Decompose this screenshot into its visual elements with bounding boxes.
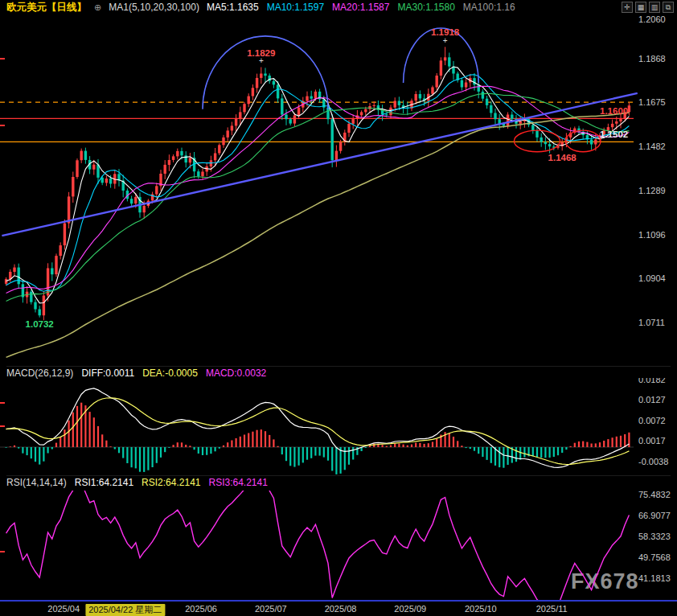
svg-text:1.1289: 1.1289 bbox=[638, 186, 666, 195]
chart-window: 欧元美元【日线】 ⊕ MA1(5,10,20,30,100) MA5:1.163… bbox=[0, 0, 677, 616]
svg-text:1.0732: 1.0732 bbox=[26, 319, 54, 329]
indicator-settings-icon[interactable]: ⊕ bbox=[94, 2, 101, 13]
macd-value-0: DIFF:0.0011 bbox=[81, 368, 134, 379]
svg-text:1.0904: 1.0904 bbox=[638, 273, 666, 283]
rsi-value-2: RSI3:64.2141 bbox=[209, 477, 268, 488]
x-axis-label: 2025/06 bbox=[185, 604, 217, 614]
left-tick-mark bbox=[0, 551, 5, 552]
ma30-line bbox=[6, 93, 630, 301]
x-axis-label: 2025/10 bbox=[465, 604, 497, 614]
rsi-value-1: RSI2:64.2141 bbox=[142, 477, 200, 488]
panel-layout-icon[interactable]: ▥ bbox=[649, 2, 660, 13]
macd-indicator-name: MACD(26,12,9) bbox=[6, 368, 73, 379]
macd-histogram bbox=[6, 403, 630, 474]
svg-text:75.4832: 75.4832 bbox=[638, 491, 671, 499]
svg-text:1.2060: 1.2060 bbox=[638, 14, 666, 24]
svg-text:41.1813: 41.1813 bbox=[638, 573, 671, 583]
ma-legend-item-3: MA30:1.1580 bbox=[397, 2, 454, 13]
x-axis-label: 2025/09 bbox=[394, 604, 426, 614]
svg-text:66.9077: 66.9077 bbox=[638, 511, 671, 520]
symbol-title[interactable]: 欧元美元【日线】 bbox=[6, 1, 87, 14]
x-axis-label: 2025/08 bbox=[325, 604, 357, 614]
selected-date-label: 2025/04/22 星期二 bbox=[85, 604, 165, 616]
svg-text:0.0182: 0.0182 bbox=[638, 378, 666, 384]
candlestick-series bbox=[5, 47, 630, 320]
svg-text:1.1675: 1.1675 bbox=[638, 97, 666, 107]
macd-value-1: DEA:-0.0005 bbox=[142, 368, 198, 379]
left-tick-mark bbox=[0, 425, 5, 427]
rsi-indicator-name: RSI(14,14,14) bbox=[6, 477, 67, 488]
rsi-panel[interactable]: 75.483266.907758.332349.756841.1813 bbox=[0, 491, 677, 600]
svg-text:-0.0038: -0.0038 bbox=[638, 457, 668, 466]
x-axis-label: 2025/07 bbox=[255, 604, 287, 614]
svg-text:1.1468: 1.1468 bbox=[548, 153, 577, 162]
macd-panel[interactable]: 0.01820.01270.00720.0017-0.0038 bbox=[0, 378, 677, 476]
svg-text:1.1868: 1.1868 bbox=[638, 54, 666, 64]
svg-text:0.0127: 0.0127 bbox=[638, 395, 666, 405]
svg-text:+: + bbox=[443, 36, 448, 45]
ma100-line bbox=[6, 113, 630, 357]
rsi-line bbox=[6, 491, 630, 600]
price-chart-canvas[interactable]: ++1.18291.19181.07321.14681.16001.15021.… bbox=[0, 14, 677, 367]
price-panel[interactable]: ++1.18291.19181.07321.14681.16001.15021.… bbox=[0, 14, 677, 367]
svg-text:1.1096: 1.1096 bbox=[638, 230, 666, 240]
svg-text:49.7568: 49.7568 bbox=[638, 552, 671, 562]
svg-text:0.0072: 0.0072 bbox=[638, 416, 666, 425]
svg-text:0.0017: 0.0017 bbox=[638, 436, 666, 446]
ma-legend-item-2: MA20:1.1587 bbox=[332, 2, 389, 13]
rsi-header: RSI(14,14,14)RSI1:64.2141RSI2:64.2141RSI… bbox=[6, 475, 671, 488]
ma-legend: MA5:1.1635MA10:1.1597MA20:1.1587MA30:1.1… bbox=[207, 2, 523, 13]
ma-indicator-name: MA1(5,10,20,30,100) bbox=[109, 2, 199, 13]
ma10-line bbox=[6, 75, 630, 292]
macd-values: DIFF:0.0011DEA:-0.0005MACD:0.0032 bbox=[81, 368, 274, 379]
svg-text:1.1918: 1.1918 bbox=[431, 27, 460, 37]
fullscreen-icon[interactable]: ⧉ bbox=[663, 2, 674, 13]
ma-legend-item-0: MA5:1.1635 bbox=[207, 2, 259, 13]
svg-text:1.0711: 1.0711 bbox=[638, 318, 665, 327]
rsi-value-0: RSI1:64.2141 bbox=[75, 477, 133, 488]
svg-text:1.1829: 1.1829 bbox=[247, 48, 275, 58]
ma-legend-item-1: MA10:1.1597 bbox=[267, 2, 324, 13]
svg-text:1.1600: 1.1600 bbox=[600, 106, 628, 116]
left-tick-mark bbox=[0, 402, 5, 404]
ma20-line bbox=[6, 86, 630, 293]
rsi-values: RSI1:64.2141RSI2:64.2141RSI3:64.2141 bbox=[75, 477, 276, 488]
ma-legend-item-4: MA100:1.16 bbox=[463, 2, 515, 13]
macd-chart-canvas[interactable]: 0.01820.01270.00720.0017-0.0038 bbox=[0, 378, 677, 476]
dea-line bbox=[6, 398, 630, 465]
x-axis-label: 2025/04 bbox=[47, 604, 80, 614]
chart-header: 欧元美元【日线】 ⊕ MA1(5,10,20,30,100) MA5:1.163… bbox=[0, 0, 677, 14]
svg-text:1.1502: 1.1502 bbox=[600, 129, 628, 139]
x-axis-label: 2025/11 bbox=[536, 604, 568, 614]
svg-text:58.3323: 58.3323 bbox=[638, 532, 671, 541]
x-axis: 2025/042025/04/22 星期二2025/062025/072025/… bbox=[0, 600, 677, 616]
svg-text:+: + bbox=[259, 56, 264, 65]
macd-value-2: MACD:0.0032 bbox=[206, 368, 266, 379]
svg-text:1.1482: 1.1482 bbox=[638, 142, 666, 151]
pan-icon[interactable]: ✛ bbox=[622, 2, 633, 13]
macd-header: MACD(26,12,9)DIFF:0.0011DEA:-0.0005MACD:… bbox=[6, 366, 671, 379]
left-tick-mark bbox=[0, 125, 5, 126]
grid-view-icon[interactable]: ▦ bbox=[635, 2, 646, 13]
rsi-chart-canvas[interactable]: 75.483266.907758.332349.756841.1813 bbox=[0, 491, 677, 600]
chart-toolbar: ✛▦▥⧉ bbox=[622, 2, 674, 13]
left-tick-mark bbox=[0, 58, 5, 60]
